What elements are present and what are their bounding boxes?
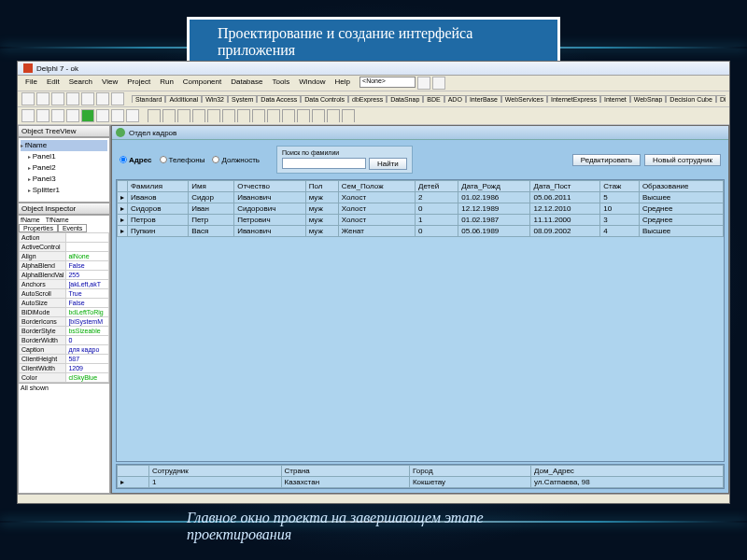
prop-name[interactable]: AutoScroll bbox=[20, 289, 66, 299]
edit-button[interactable]: Редактировать bbox=[572, 154, 641, 166]
cell[interactable]: 11.11.2000 bbox=[530, 215, 600, 226]
prop-name[interactable]: Color bbox=[20, 373, 66, 383]
prop-name[interactable]: AlphaBlend bbox=[20, 261, 66, 271]
tb-newform-icon[interactable] bbox=[66, 109, 79, 122]
cell[interactable]: муж bbox=[305, 226, 338, 237]
tab-standard[interactable]: Standard bbox=[132, 95, 165, 103]
prop-value[interactable]: True bbox=[66, 289, 109, 299]
cell[interactable]: муж bbox=[305, 215, 338, 226]
component-icon[interactable] bbox=[342, 109, 355, 122]
cell[interactable]: Иван bbox=[189, 203, 234, 215]
cell[interactable]: 01.02.1987 bbox=[458, 215, 530, 226]
menu-run[interactable]: Run bbox=[156, 77, 177, 90]
col-header[interactable]: Дом_Адрес bbox=[531, 466, 724, 477]
tree-item[interactable]: Panel2 bbox=[21, 162, 107, 174]
tb-stepinto-icon[interactable] bbox=[126, 109, 139, 122]
tab-internet[interactable]: Internet bbox=[600, 95, 630, 103]
component-icon[interactable] bbox=[222, 109, 235, 122]
tb-stepover-icon[interactable] bbox=[111, 109, 124, 122]
radio-phones[interactable]: Телефоны bbox=[160, 156, 205, 164]
tab-win32[interactable]: Win32 bbox=[202, 95, 228, 103]
component-icon[interactable] bbox=[207, 109, 220, 122]
col-header[interactable]: Отчество bbox=[234, 181, 306, 192]
cell[interactable]: Вася bbox=[189, 226, 234, 237]
prop-value[interactable]: для кадро bbox=[66, 345, 109, 355]
tab-dataaccess[interactable]: Data Access bbox=[257, 95, 301, 103]
cell[interactable]: Высшее bbox=[639, 226, 723, 237]
tab-dialogs[interactable]: Dialogs bbox=[716, 95, 726, 103]
cell[interactable]: 05.06.1989 bbox=[458, 226, 530, 237]
tab-datasnap[interactable]: DataSnap bbox=[387, 95, 423, 103]
prop-value[interactable]: bsSizeable bbox=[66, 327, 109, 336]
menu-window[interactable]: Window bbox=[295, 77, 329, 90]
cell[interactable]: Холост bbox=[338, 215, 415, 226]
cell[interactable]: 0 bbox=[416, 226, 458, 237]
component-icon[interactable] bbox=[148, 109, 161, 122]
tree-item[interactable]: Splitter1 bbox=[21, 185, 107, 196]
new-employee-button[interactable]: Новый сотрудник bbox=[644, 154, 721, 166]
address-grid[interactable]: СотрудникСтранаГородДом_Адрес▸1Казахстан… bbox=[116, 464, 725, 489]
tb-viewunit-icon[interactable] bbox=[36, 109, 49, 122]
prop-name[interactable]: ClientHeight bbox=[20, 355, 66, 364]
object-tree[interactable]: fName Panel1 Panel2 Panel3 Splitter1 bbox=[18, 137, 110, 203]
cell[interactable]: Петр bbox=[189, 215, 234, 226]
tab-ado[interactable]: ADO bbox=[444, 95, 466, 103]
menu-database[interactable]: Database bbox=[227, 77, 266, 90]
cell[interactable]: Сидорович bbox=[234, 203, 306, 215]
table-row[interactable]: ▸1КазахстанКокшетауул.Сатпаева, 98 bbox=[118, 477, 724, 488]
tb-saveall-icon[interactable] bbox=[66, 92, 79, 105]
cell[interactable]: 4 bbox=[600, 226, 640, 237]
col-header[interactable]: Дата_Пост bbox=[530, 181, 600, 192]
tree-root[interactable]: fName bbox=[21, 140, 107, 151]
cell[interactable]: Сидор bbox=[189, 192, 234, 203]
tree-item[interactable]: Panel1 bbox=[21, 151, 107, 162]
tab-bde[interactable]: BDE bbox=[423, 95, 444, 103]
menu-edit[interactable]: Edit bbox=[43, 77, 63, 90]
col-header[interactable]: Стаж bbox=[600, 181, 640, 192]
tb-save-icon[interactable] bbox=[51, 92, 64, 105]
component-icon[interactable] bbox=[297, 109, 310, 122]
radio-address[interactable]: Адрес bbox=[120, 156, 152, 164]
col-header[interactable]: Образование bbox=[639, 181, 723, 192]
prop-value[interactable]: 1209 bbox=[66, 364, 109, 373]
table-row[interactable]: ▸ПетровПетрПетровичмужХолост101.02.19871… bbox=[118, 215, 724, 226]
tb-run-icon[interactable] bbox=[81, 109, 94, 122]
toolbar-icon[interactable] bbox=[417, 77, 430, 90]
cell[interactable]: муж bbox=[305, 203, 338, 215]
col-header[interactable]: Дата_Рожд bbox=[458, 181, 530, 192]
table-row[interactable]: ▸ПупкинВасяИвановичмужЖенат005.06.198908… bbox=[118, 226, 724, 237]
tb-new-icon[interactable] bbox=[21, 92, 35, 105]
col-header[interactable]: Детей bbox=[416, 181, 458, 192]
prop-name[interactable]: BorderStyle bbox=[20, 327, 66, 336]
prop-name[interactable]: Caption bbox=[20, 345, 66, 355]
component-icon[interactable] bbox=[162, 109, 176, 122]
cell[interactable]: Кокшетау bbox=[409, 477, 530, 488]
cell[interactable]: Высшее bbox=[639, 192, 723, 203]
prop-value[interactable]: 255 bbox=[66, 271, 109, 280]
toolbar-icon[interactable] bbox=[432, 77, 445, 90]
cell[interactable]: 1 bbox=[416, 215, 458, 226]
cell[interactable]: 5 bbox=[600, 192, 640, 203]
component-icon[interactable] bbox=[267, 109, 280, 122]
cell[interactable]: 3 bbox=[600, 215, 640, 226]
menu-search[interactable]: Search bbox=[65, 77, 96, 90]
prop-value[interactable]: alNone bbox=[66, 252, 109, 261]
col-header[interactable]: Сотрудник bbox=[148, 466, 281, 477]
cell[interactable]: Иванович bbox=[234, 226, 306, 237]
cell[interactable]: Иванович bbox=[234, 192, 306, 203]
cell[interactable]: Среднее bbox=[639, 203, 723, 215]
find-button[interactable]: Найти bbox=[369, 158, 407, 170]
tab-additional[interactable]: Additional bbox=[165, 95, 202, 103]
prop-value[interactable]: False bbox=[66, 299, 109, 308]
col-header[interactable]: Город bbox=[409, 466, 530, 477]
tab-interbase[interactable]: InterBase bbox=[466, 95, 501, 103]
prop-value[interactable]: [akLeft,akT bbox=[66, 280, 109, 289]
tab-events[interactable]: Events bbox=[58, 224, 87, 232]
employees-grid[interactable]: ФамилияИмяОтчествоПолСем_ПоложДетейДата_… bbox=[116, 179, 725, 462]
cell[interactable]: Холост bbox=[338, 203, 415, 215]
cell[interactable]: 05.06.2011 bbox=[530, 192, 600, 203]
prop-name[interactable]: ActiveControl bbox=[20, 243, 66, 252]
tb-open-icon[interactable] bbox=[36, 92, 49, 105]
tab-decisioncube[interactable]: Decision Cube bbox=[666, 95, 716, 103]
prop-name[interactable]: BorderWidth bbox=[20, 336, 66, 345]
